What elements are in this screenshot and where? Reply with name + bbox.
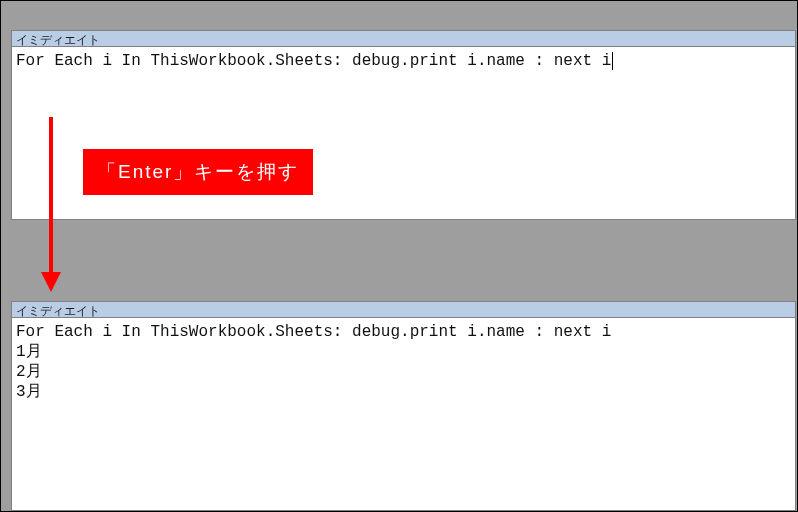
immediate-window-title: イミディエイト <box>16 304 100 318</box>
output-line: 2月 <box>16 363 42 381</box>
code-line: For Each i In ThisWorkbook.Sheets: debug… <box>16 52 611 70</box>
screenshot-root: イミディエイト For Each i In ThisWorkbook.Sheet… <box>0 0 798 512</box>
immediate-window-title: イミディエイト <box>16 33 100 47</box>
immediate-window-after: イミディエイト For Each i In ThisWorkbook.Sheet… <box>11 301 796 511</box>
output-line: 1月 <box>16 343 42 361</box>
output-line: 3月 <box>16 383 42 401</box>
immediate-window-titlebar: イミディエイト <box>12 31 795 47</box>
instruction-callout: 「Enter」キーを押す <box>83 149 313 195</box>
code-line: For Each i In ThisWorkbook.Sheets: debug… <box>16 323 611 341</box>
left-gutter <box>1 1 11 511</box>
svg-marker-1 <box>41 272 61 292</box>
immediate-window-titlebar: イミディエイト <box>12 302 795 318</box>
instruction-text: 「Enter」キーを押す <box>97 161 299 182</box>
immediate-window-content[interactable]: For Each i In ThisWorkbook.Sheets: debug… <box>12 318 795 510</box>
text-cursor: ​ <box>612 52 613 70</box>
